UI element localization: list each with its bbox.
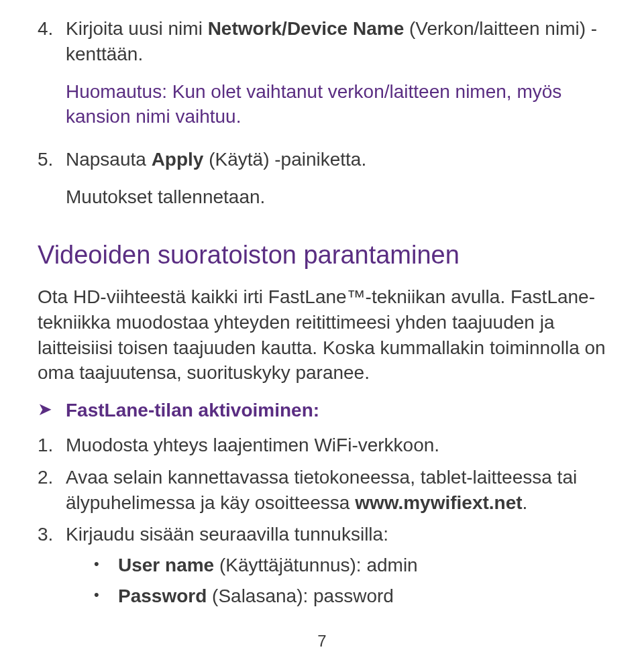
list-number: 4. [38, 16, 66, 142]
procedure-heading-row: ➤ FastLane-tilan aktivoiminen: [38, 398, 612, 423]
credential-line: Password (Salasana): password [118, 583, 394, 609]
text-run: (Käytä) -painiketta. [203, 149, 366, 170]
text-run: (Salasana): password [207, 586, 394, 606]
list-number: 3. [38, 522, 66, 614]
step-text: Muodosta yhteys laajentimen WiFi-verkkoo… [66, 435, 439, 455]
bold-text: User name [118, 555, 214, 575]
list-body: Avaa selain kannettavassa tietokoneessa,… [66, 465, 612, 516]
credential-password: • Password (Salasana): password [94, 583, 612, 609]
step-1: 1. Muodosta yhteys laajentimen WiFi-verk… [38, 433, 612, 458]
bold-text: Network/Device Name [208, 18, 405, 39]
step-3: 3. Kirjaudu sisään seuraavilla tunnuksil… [38, 522, 612, 614]
arrow-icon: ➤ [38, 398, 66, 421]
list-number: 2. [38, 465, 66, 516]
text-run: Napsauta [66, 149, 152, 170]
steps-list: 1. Muodosta yhteys laajentimen WiFi-verk… [38, 433, 612, 614]
credential-line: User name (Käyttäjätunnus): admin [118, 553, 418, 578]
text-run: Kirjoita uusi nimi [66, 18, 208, 39]
list-body: Muodosta yhteys laajentimen WiFi-verkkoo… [66, 433, 612, 458]
credentials-list: • User name (Käyttäjätunnus): admin • Pa… [94, 553, 612, 609]
instruction-text: Kirjoita uusi nimi Network/Device Name (… [66, 16, 612, 67]
list-number: 1. [38, 433, 66, 458]
intro-paragraph: Ota HD-viihteestä kaikki irti FastLane™-… [38, 284, 612, 386]
continued-ordered-list: 4. Kirjoita uusi nimi Network/Device Nam… [38, 16, 612, 222]
list-number: 5. [38, 147, 66, 222]
instruction-text: Napsauta Apply (Käytä) -painiketta. [66, 147, 612, 172]
credential-username: • User name (Käyttäjätunnus): admin [94, 553, 612, 578]
list-item-4: 4. Kirjoita uusi nimi Network/Device Nam… [38, 16, 612, 142]
list-body: Kirjoita uusi nimi Network/Device Name (… [66, 16, 612, 142]
page: 4. Kirjoita uusi nimi Network/Device Nam… [0, 0, 644, 668]
bullet-icon: • [94, 583, 118, 609]
step-2: 2. Avaa selain kannettavassa tietokonees… [38, 465, 612, 516]
bullet-icon: • [94, 553, 118, 578]
procedure-heading: FastLane-tilan aktivoiminen: [66, 398, 319, 423]
bold-text: Apply [152, 149, 204, 170]
list-body: Kirjaudu sisään seuraavilla tunnuksilla:… [66, 522, 612, 614]
bold-text: Password [118, 586, 207, 606]
result-text: Muutokset tallennetaan. [66, 184, 612, 210]
section-heading: Videoiden suoratoiston parantaminen [38, 238, 612, 272]
step-text: Kirjaudu sisään seuraavilla tunnuksilla: [66, 524, 388, 545]
text-run: (Käyttäjätunnus): admin [214, 555, 418, 575]
text-run: . [523, 492, 528, 513]
page-number: 7 [0, 630, 644, 652]
list-item-5: 5. Napsauta Apply (Käytä) -painiketta. M… [38, 147, 612, 222]
bold-text: www.mywifiext.net [355, 492, 522, 513]
note-text: Huomautus: Kun olet vaihtanut verkon/lai… [66, 79, 612, 130]
list-body: Napsauta Apply (Käytä) -painiketta. Muut… [66, 147, 612, 222]
